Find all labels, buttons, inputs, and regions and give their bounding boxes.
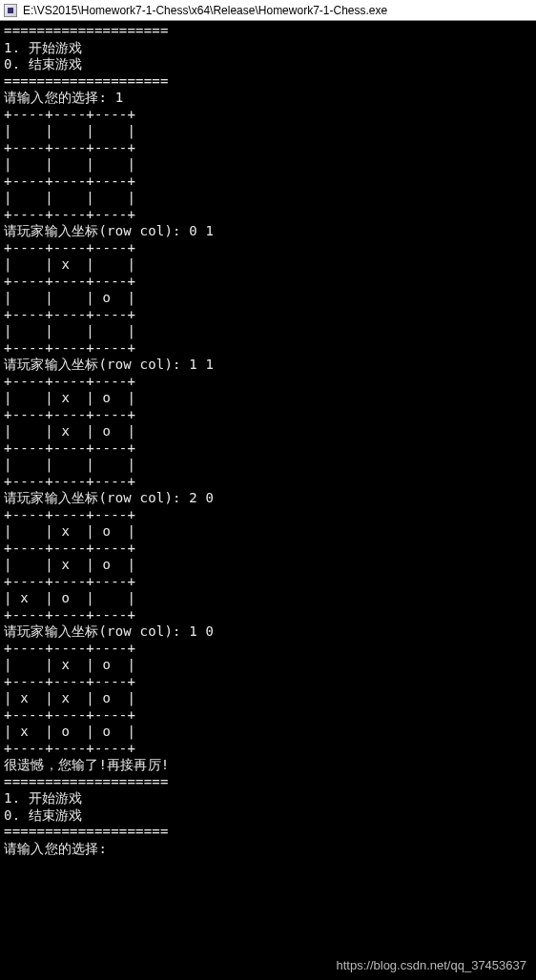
window-title-bar: E:\VS2015\Homework7-1-Chess\x64\Release\… [0, 0, 536, 21]
watermark: https://blog.csdn.net/qq_37453637 [337, 958, 527, 972]
console-output: ==================== 1. 开始游戏 0. 结束游戏 ===… [0, 21, 536, 859]
window-title: E:\VS2015\Homework7-1-Chess\x64\Release\… [23, 4, 387, 17]
app-icon [4, 4, 17, 17]
